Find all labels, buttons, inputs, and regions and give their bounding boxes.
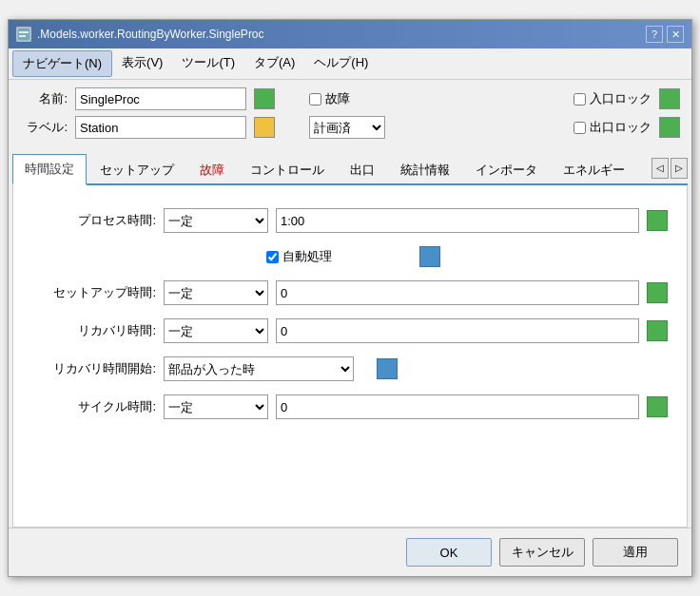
tab-navigation: ◁ ▷ bbox=[651, 158, 688, 179]
process-time-input[interactable] bbox=[276, 208, 639, 233]
auto-process-checkbox[interactable] bbox=[266, 251, 279, 263]
name-color-indicator[interactable] bbox=[254, 88, 275, 109]
name-row: 名前: 故障 入口ロック bbox=[20, 87, 680, 110]
setup-time-label: セットアップ時間: bbox=[32, 284, 156, 301]
recovery-time-indicator[interactable] bbox=[647, 320, 668, 341]
menu-help[interactable]: ヘルプ(H) bbox=[304, 50, 378, 77]
setup-time-indicator[interactable] bbox=[647, 282, 668, 303]
label-input[interactable] bbox=[75, 116, 246, 139]
menu-tabs[interactable]: タブ(A) bbox=[244, 50, 304, 77]
tab-control[interactable]: コントロール bbox=[238, 155, 337, 184]
label-label: ラベル: bbox=[20, 119, 68, 136]
planned-select[interactable]: 計画済 未計画 bbox=[309, 116, 385, 139]
app-icon bbox=[16, 27, 31, 42]
name-label: 名前: bbox=[20, 90, 68, 107]
title-bar-left: .Models.worker.RoutingByWorker.SinglePro… bbox=[16, 27, 264, 42]
tab-time[interactable]: 時間設定 bbox=[12, 154, 87, 185]
setup-time-type[interactable]: 一定 指数分布 bbox=[164, 280, 268, 305]
process-time-type[interactable]: 一定 指数分布 均一分布 正規分布 bbox=[164, 208, 268, 233]
ok-button[interactable]: OK bbox=[406, 538, 492, 567]
setup-time-row: セットアップ時間: 一定 指数分布 bbox=[32, 280, 668, 305]
menu-bar: ナビゲート(N) 表示(V) ツール(T) タブ(A) ヘルプ(H) bbox=[9, 48, 691, 80]
tab-bar: 時間設定 セットアップ 故障 コントロール 出口 統計情報 インポータ エネルギ… bbox=[12, 152, 688, 185]
recovery-start-row: リカバリ時間開始: 部品が入った時 処理完了時 bbox=[32, 356, 668, 381]
exit-lock-checkbox[interactable] bbox=[574, 122, 586, 134]
tab-stats[interactable]: 統計情報 bbox=[388, 155, 462, 184]
cycle-time-row: サイクル時間: 一定 指数分布 bbox=[32, 394, 668, 419]
name-input[interactable] bbox=[75, 87, 246, 110]
main-dialog: .Models.worker.RoutingByWorker.SinglePro… bbox=[8, 19, 692, 577]
auto-process-label: 自動処理 bbox=[266, 248, 332, 265]
close-button[interactable]: ✕ bbox=[667, 26, 684, 43]
cycle-time-indicator[interactable] bbox=[647, 396, 668, 417]
tab-setup[interactable]: セットアップ bbox=[88, 155, 186, 184]
cycle-time-type[interactable]: 一定 指数分布 bbox=[164, 394, 268, 419]
content-area: プロセス時間: 一定 指数分布 均一分布 正規分布 自動処理 セットアップ時間:… bbox=[12, 185, 688, 528]
process-time-label: プロセス時間: bbox=[32, 212, 156, 229]
title-bar: .Models.worker.RoutingByWorker.SinglePro… bbox=[9, 20, 691, 48]
menu-tools[interactable]: ツール(T) bbox=[172, 50, 244, 77]
cycle-time-input[interactable] bbox=[276, 394, 639, 419]
entry-lock-indicator[interactable] bbox=[659, 88, 680, 109]
recovery-start-label: リカバリ時間開始: bbox=[32, 360, 156, 377]
entry-lock-checkbox[interactable] bbox=[574, 93, 586, 106]
auto-process-text: 自動処理 bbox=[282, 248, 332, 265]
process-time-indicator[interactable] bbox=[647, 210, 668, 231]
exit-lock-indicator[interactable] bbox=[659, 117, 680, 138]
menu-navigate[interactable]: ナビゲート(N) bbox=[12, 50, 112, 77]
svg-rect-0 bbox=[17, 28, 30, 41]
auto-process-row: 自動処理 bbox=[266, 246, 668, 267]
tab-next-button[interactable]: ▷ bbox=[671, 158, 688, 179]
process-time-row: プロセス時間: 一定 指数分布 均一分布 正規分布 bbox=[32, 208, 668, 233]
recovery-time-label: リカバリ時間: bbox=[32, 322, 156, 339]
tab-energy[interactable]: エネルギー bbox=[551, 155, 637, 184]
tab-output[interactable]: 出口 bbox=[338, 155, 387, 184]
apply-button[interactable]: 適用 bbox=[593, 538, 678, 567]
label-color-indicator[interactable] bbox=[254, 117, 275, 138]
cycle-time-label: サイクル時間: bbox=[32, 398, 156, 415]
tab-prev-button[interactable]: ◁ bbox=[651, 158, 669, 179]
recovery-time-type[interactable]: 一定 指数分布 bbox=[164, 318, 268, 343]
bottom-bar: OK キャンセル 適用 bbox=[9, 528, 691, 576]
entry-lock-label: 入口ロック bbox=[574, 90, 651, 107]
cancel-button[interactable]: キャンセル bbox=[499, 538, 585, 567]
help-button[interactable]: ? bbox=[646, 26, 663, 43]
exit-lock-label: 出口ロック bbox=[574, 119, 651, 136]
label-row: ラベル: 計画済 未計画 出口ロック bbox=[20, 116, 680, 139]
tab-fault[interactable]: 故障 bbox=[187, 155, 237, 184]
tab-importer[interactable]: インポータ bbox=[463, 155, 550, 184]
svg-rect-2 bbox=[19, 35, 26, 37]
menu-view[interactable]: 表示(V) bbox=[112, 50, 172, 77]
form-area: 名前: 故障 入口ロック ラベル: 計画済 未計画 bbox=[9, 80, 691, 152]
auto-process-indicator[interactable] bbox=[419, 246, 440, 267]
dialog-title: .Models.worker.RoutingByWorker.SinglePro… bbox=[37, 28, 264, 41]
fault-checkbox[interactable] bbox=[309, 93, 321, 106]
svg-rect-1 bbox=[19, 31, 29, 33]
fault-checkbox-label: 故障 bbox=[309, 90, 350, 107]
title-bar-buttons: ? ✕ bbox=[646, 26, 684, 43]
recovery-time-row: リカバリ時間: 一定 指数分布 bbox=[32, 318, 668, 343]
recovery-start-indicator[interactable] bbox=[377, 358, 398, 379]
recovery-start-select[interactable]: 部品が入った時 処理完了時 bbox=[164, 356, 354, 381]
recovery-time-input[interactable] bbox=[276, 318, 639, 343]
setup-time-input[interactable] bbox=[276, 280, 639, 305]
